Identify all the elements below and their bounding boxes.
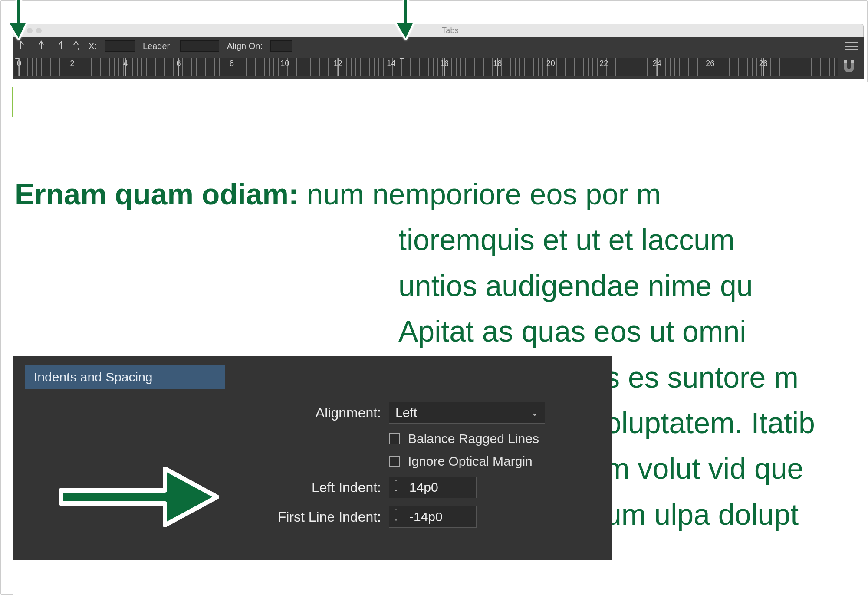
svg-rect-2 xyxy=(851,60,854,63)
arrow-left-indent-marker xyxy=(395,0,417,40)
dialog-section-header[interactable]: Indents and Spacing xyxy=(25,365,225,389)
left-indent-input[interactable]: 14p0 xyxy=(403,477,477,498)
left-indent-stepper[interactable]: ˄˅ 14p0 xyxy=(389,477,477,498)
x-label: X: xyxy=(89,41,97,51)
arrow-first-line-indent-marker xyxy=(8,0,30,40)
chevron-down-icon: ⌄ xyxy=(531,407,539,418)
left-tab-icon[interactable] xyxy=(19,40,29,52)
chevron-down-icon[interactable]: ˅ xyxy=(389,487,403,498)
align-on-input[interactable] xyxy=(270,40,292,52)
snap-magnet-icon[interactable] xyxy=(840,59,858,76)
balance-ragged-label: Balance Ragged Lines xyxy=(408,431,539,446)
first-line-indent-input[interactable]: -14p0 xyxy=(403,506,477,528)
svg-point-0 xyxy=(78,48,79,50)
alignment-select[interactable]: Left ⌄ xyxy=(389,402,545,424)
tabs-toolbar: X: Leader: Align On: xyxy=(13,37,864,55)
alignment-label: Alignment: xyxy=(251,405,381,421)
run-in-head: Ernam quam odiam: xyxy=(15,178,299,210)
para-line2: tioremquis et ut et laccum xyxy=(15,217,868,263)
leader-label: Leader: xyxy=(143,41,172,51)
right-tab-icon[interactable] xyxy=(54,40,63,52)
decimal-tab-icon[interactable] xyxy=(71,40,81,52)
x-input[interactable] xyxy=(105,40,135,52)
tabs-titlebar[interactable]: Tabs xyxy=(13,24,864,37)
chevron-down-icon[interactable]: ˅ xyxy=(389,517,403,527)
first-line-indent-label: First Line Indent: xyxy=(251,509,381,525)
ignore-optical-checkbox[interactable] xyxy=(389,456,400,467)
panel-menu-icon[interactable] xyxy=(845,42,858,50)
indents-spacing-dialog: Indents and Spacing Alignment: Left ⌄ Ba… xyxy=(13,356,612,560)
ignore-optical-label: Ignore Optical Margin xyxy=(408,454,533,469)
align-on-label: Align On: xyxy=(227,41,263,51)
para-line3: untios audigendae nime qu xyxy=(15,263,868,309)
para-line1-rest: num nemporiore eos por m xyxy=(299,178,661,210)
tabs-ruler-row: 0246810121416182022242628 xyxy=(13,55,864,79)
leader-input[interactable] xyxy=(180,40,219,52)
callout-arrow-icon xyxy=(56,460,221,534)
chevron-up-icon[interactable]: ˄ xyxy=(389,477,403,487)
first-line-indent-stepper[interactable]: ˄˅ -14p0 xyxy=(389,506,477,528)
chevron-up-icon[interactable]: ˄ xyxy=(389,506,403,517)
balance-ragged-checkbox[interactable] xyxy=(389,433,400,444)
center-tab-icon[interactable] xyxy=(36,40,46,52)
svg-rect-1 xyxy=(844,60,847,63)
alignment-value: Left xyxy=(395,405,417,420)
left-indent-label: Left Indent: xyxy=(251,480,381,496)
left-indent-marker-icon[interactable] xyxy=(399,58,404,60)
para-line4: Apitat as quas eos ut omni xyxy=(15,309,868,354)
panel-title: Tabs xyxy=(42,26,859,35)
tabs-panel: Tabs X: Leader: Align On: 0246810 xyxy=(13,24,864,79)
tabs-ruler[interactable]: 0246810121416182022242628 xyxy=(14,58,838,76)
zoom-icon[interactable] xyxy=(36,28,42,33)
